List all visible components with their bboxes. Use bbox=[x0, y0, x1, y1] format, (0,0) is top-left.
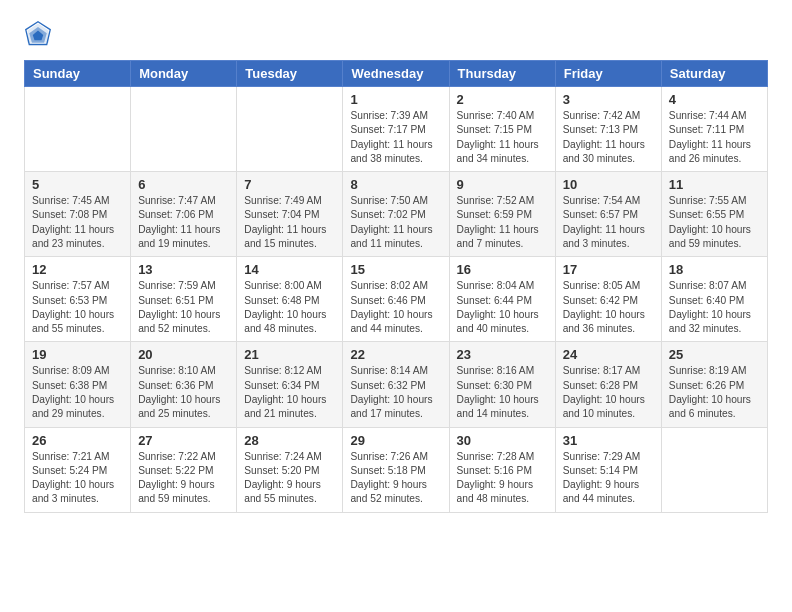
calendar-cell: 16Sunrise: 8:04 AM Sunset: 6:44 PM Dayli… bbox=[449, 257, 555, 342]
calendar-cell: 8Sunrise: 7:50 AM Sunset: 7:02 PM Daylig… bbox=[343, 172, 449, 257]
day-info: Sunrise: 7:47 AM Sunset: 7:06 PM Dayligh… bbox=[138, 194, 229, 251]
day-number: 29 bbox=[350, 433, 441, 448]
weekday-header-saturday: Saturday bbox=[661, 61, 767, 87]
day-number: 24 bbox=[563, 347, 654, 362]
weekday-header-row: SundayMondayTuesdayWednesdayThursdayFrid… bbox=[25, 61, 768, 87]
day-info: Sunrise: 7:40 AM Sunset: 7:15 PM Dayligh… bbox=[457, 109, 548, 166]
logo-icon bbox=[24, 20, 52, 48]
day-info: Sunrise: 7:49 AM Sunset: 7:04 PM Dayligh… bbox=[244, 194, 335, 251]
calendar-cell: 4Sunrise: 7:44 AM Sunset: 7:11 PM Daylig… bbox=[661, 87, 767, 172]
day-info: Sunrise: 8:19 AM Sunset: 6:26 PM Dayligh… bbox=[669, 364, 760, 421]
day-number: 25 bbox=[669, 347, 760, 362]
day-info: Sunrise: 7:50 AM Sunset: 7:02 PM Dayligh… bbox=[350, 194, 441, 251]
calendar-week-row: 5Sunrise: 7:45 AM Sunset: 7:08 PM Daylig… bbox=[25, 172, 768, 257]
day-info: Sunrise: 7:26 AM Sunset: 5:18 PM Dayligh… bbox=[350, 450, 441, 507]
day-number: 14 bbox=[244, 262, 335, 277]
day-info: Sunrise: 7:28 AM Sunset: 5:16 PM Dayligh… bbox=[457, 450, 548, 507]
day-info: Sunrise: 7:54 AM Sunset: 6:57 PM Dayligh… bbox=[563, 194, 654, 251]
day-info: Sunrise: 8:17 AM Sunset: 6:28 PM Dayligh… bbox=[563, 364, 654, 421]
day-info: Sunrise: 7:22 AM Sunset: 5:22 PM Dayligh… bbox=[138, 450, 229, 507]
calendar-cell: 17Sunrise: 8:05 AM Sunset: 6:42 PM Dayli… bbox=[555, 257, 661, 342]
calendar-cell: 20Sunrise: 8:10 AM Sunset: 6:36 PM Dayli… bbox=[131, 342, 237, 427]
calendar-cell: 25Sunrise: 8:19 AM Sunset: 6:26 PM Dayli… bbox=[661, 342, 767, 427]
weekday-header-monday: Monday bbox=[131, 61, 237, 87]
day-info: Sunrise: 7:29 AM Sunset: 5:14 PM Dayligh… bbox=[563, 450, 654, 507]
calendar-cell: 22Sunrise: 8:14 AM Sunset: 6:32 PM Dayli… bbox=[343, 342, 449, 427]
day-number: 19 bbox=[32, 347, 123, 362]
day-info: Sunrise: 8:00 AM Sunset: 6:48 PM Dayligh… bbox=[244, 279, 335, 336]
day-info: Sunrise: 7:57 AM Sunset: 6:53 PM Dayligh… bbox=[32, 279, 123, 336]
logo bbox=[24, 20, 56, 48]
day-info: Sunrise: 7:52 AM Sunset: 6:59 PM Dayligh… bbox=[457, 194, 548, 251]
day-number: 2 bbox=[457, 92, 548, 107]
day-number: 27 bbox=[138, 433, 229, 448]
day-number: 6 bbox=[138, 177, 229, 192]
day-number: 31 bbox=[563, 433, 654, 448]
day-number: 11 bbox=[669, 177, 760, 192]
calendar-cell: 15Sunrise: 8:02 AM Sunset: 6:46 PM Dayli… bbox=[343, 257, 449, 342]
calendar-week-row: 1Sunrise: 7:39 AM Sunset: 7:17 PM Daylig… bbox=[25, 87, 768, 172]
day-number: 23 bbox=[457, 347, 548, 362]
calendar-cell: 14Sunrise: 8:00 AM Sunset: 6:48 PM Dayli… bbox=[237, 257, 343, 342]
calendar-cell bbox=[661, 427, 767, 512]
calendar-cell: 10Sunrise: 7:54 AM Sunset: 6:57 PM Dayli… bbox=[555, 172, 661, 257]
day-info: Sunrise: 7:39 AM Sunset: 7:17 PM Dayligh… bbox=[350, 109, 441, 166]
day-number: 18 bbox=[669, 262, 760, 277]
calendar-cell: 9Sunrise: 7:52 AM Sunset: 6:59 PM Daylig… bbox=[449, 172, 555, 257]
calendar-cell: 21Sunrise: 8:12 AM Sunset: 6:34 PM Dayli… bbox=[237, 342, 343, 427]
day-number: 4 bbox=[669, 92, 760, 107]
day-number: 28 bbox=[244, 433, 335, 448]
header bbox=[24, 20, 768, 48]
calendar-week-row: 26Sunrise: 7:21 AM Sunset: 5:24 PM Dayli… bbox=[25, 427, 768, 512]
day-number: 12 bbox=[32, 262, 123, 277]
calendar-cell bbox=[237, 87, 343, 172]
weekday-header-sunday: Sunday bbox=[25, 61, 131, 87]
calendar-cell: 19Sunrise: 8:09 AM Sunset: 6:38 PM Dayli… bbox=[25, 342, 131, 427]
calendar-cell: 23Sunrise: 8:16 AM Sunset: 6:30 PM Dayli… bbox=[449, 342, 555, 427]
day-info: Sunrise: 7:21 AM Sunset: 5:24 PM Dayligh… bbox=[32, 450, 123, 507]
calendar-cell: 1Sunrise: 7:39 AM Sunset: 7:17 PM Daylig… bbox=[343, 87, 449, 172]
calendar-table: SundayMondayTuesdayWednesdayThursdayFrid… bbox=[24, 60, 768, 513]
day-info: Sunrise: 8:04 AM Sunset: 6:44 PM Dayligh… bbox=[457, 279, 548, 336]
day-info: Sunrise: 7:42 AM Sunset: 7:13 PM Dayligh… bbox=[563, 109, 654, 166]
day-info: Sunrise: 8:09 AM Sunset: 6:38 PM Dayligh… bbox=[32, 364, 123, 421]
calendar-week-row: 12Sunrise: 7:57 AM Sunset: 6:53 PM Dayli… bbox=[25, 257, 768, 342]
day-number: 1 bbox=[350, 92, 441, 107]
day-info: Sunrise: 7:59 AM Sunset: 6:51 PM Dayligh… bbox=[138, 279, 229, 336]
day-info: Sunrise: 8:07 AM Sunset: 6:40 PM Dayligh… bbox=[669, 279, 760, 336]
day-info: Sunrise: 8:05 AM Sunset: 6:42 PM Dayligh… bbox=[563, 279, 654, 336]
day-number: 7 bbox=[244, 177, 335, 192]
weekday-header-thursday: Thursday bbox=[449, 61, 555, 87]
day-info: Sunrise: 7:24 AM Sunset: 5:20 PM Dayligh… bbox=[244, 450, 335, 507]
calendar-cell bbox=[25, 87, 131, 172]
day-info: Sunrise: 7:45 AM Sunset: 7:08 PM Dayligh… bbox=[32, 194, 123, 251]
day-info: Sunrise: 8:02 AM Sunset: 6:46 PM Dayligh… bbox=[350, 279, 441, 336]
day-number: 16 bbox=[457, 262, 548, 277]
day-number: 3 bbox=[563, 92, 654, 107]
calendar-cell: 11Sunrise: 7:55 AM Sunset: 6:55 PM Dayli… bbox=[661, 172, 767, 257]
calendar-cell: 2Sunrise: 7:40 AM Sunset: 7:15 PM Daylig… bbox=[449, 87, 555, 172]
day-number: 17 bbox=[563, 262, 654, 277]
day-info: Sunrise: 8:14 AM Sunset: 6:32 PM Dayligh… bbox=[350, 364, 441, 421]
weekday-header-friday: Friday bbox=[555, 61, 661, 87]
calendar-cell: 24Sunrise: 8:17 AM Sunset: 6:28 PM Dayli… bbox=[555, 342, 661, 427]
calendar-cell: 30Sunrise: 7:28 AM Sunset: 5:16 PM Dayli… bbox=[449, 427, 555, 512]
day-number: 9 bbox=[457, 177, 548, 192]
day-number: 30 bbox=[457, 433, 548, 448]
page: SundayMondayTuesdayWednesdayThursdayFrid… bbox=[0, 0, 792, 529]
weekday-header-wednesday: Wednesday bbox=[343, 61, 449, 87]
calendar-cell: 12Sunrise: 7:57 AM Sunset: 6:53 PM Dayli… bbox=[25, 257, 131, 342]
calendar-cell: 31Sunrise: 7:29 AM Sunset: 5:14 PM Dayli… bbox=[555, 427, 661, 512]
calendar-cell: 6Sunrise: 7:47 AM Sunset: 7:06 PM Daylig… bbox=[131, 172, 237, 257]
day-info: Sunrise: 7:44 AM Sunset: 7:11 PM Dayligh… bbox=[669, 109, 760, 166]
day-number: 21 bbox=[244, 347, 335, 362]
calendar-cell: 27Sunrise: 7:22 AM Sunset: 5:22 PM Dayli… bbox=[131, 427, 237, 512]
day-number: 8 bbox=[350, 177, 441, 192]
day-info: Sunrise: 8:10 AM Sunset: 6:36 PM Dayligh… bbox=[138, 364, 229, 421]
day-number: 20 bbox=[138, 347, 229, 362]
calendar-cell: 7Sunrise: 7:49 AM Sunset: 7:04 PM Daylig… bbox=[237, 172, 343, 257]
day-number: 10 bbox=[563, 177, 654, 192]
day-number: 15 bbox=[350, 262, 441, 277]
day-number: 22 bbox=[350, 347, 441, 362]
calendar-cell bbox=[131, 87, 237, 172]
